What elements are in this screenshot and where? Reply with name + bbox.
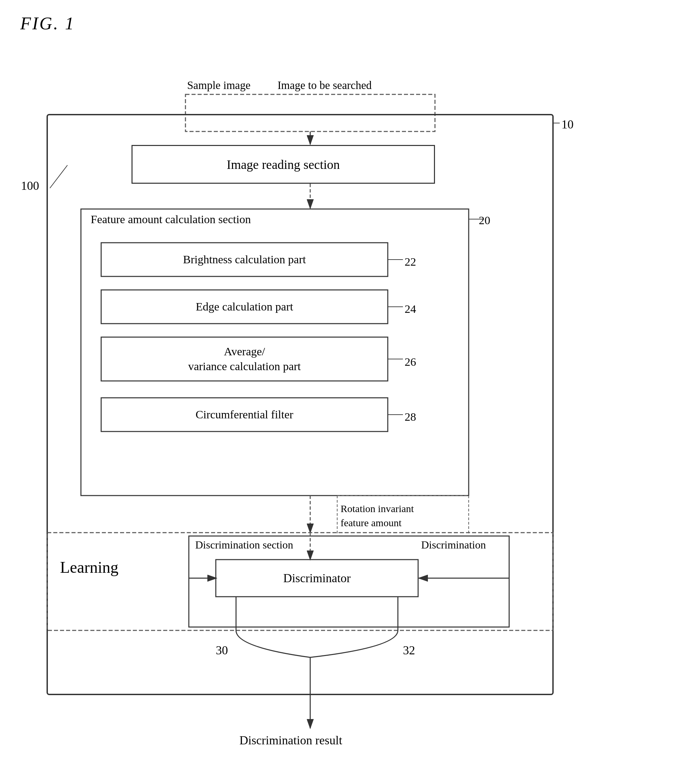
svg-rect-2 <box>186 94 435 132</box>
ref-24: 24 <box>405 303 416 316</box>
svg-rect-7 <box>101 243 388 276</box>
discrimination-section-label: Discrimination section <box>194 539 295 551</box>
svg-rect-22 <box>216 559 418 597</box>
image-reading-section-label: Image reading section <box>227 157 340 172</box>
svg-line-30 <box>50 165 68 188</box>
ref-10: 10 <box>562 117 573 132</box>
ref-28: 28 <box>405 411 416 423</box>
rotation-invariant-label: Rotation invariant feature amount <box>341 502 414 530</box>
ref-22: 22 <box>405 255 416 268</box>
ref-32: 32 <box>403 643 415 657</box>
learning-label: Learning <box>60 558 119 576</box>
svg-rect-8 <box>101 290 388 324</box>
image-reading-section-box: Image reading section <box>132 145 435 184</box>
discriminator-label: Discriminator <box>216 559 418 597</box>
ref-30: 30 <box>216 643 228 657</box>
discrimination-result-label: Discrimination result <box>239 733 342 747</box>
circumferential-filter-label: Circumferential filter <box>101 398 388 431</box>
ref-20: 20 <box>479 214 490 227</box>
sample-image-label: Sample image <box>187 79 250 92</box>
ref-26: 26 <box>405 356 416 368</box>
figure-title: FIG. 1 <box>20 13 75 33</box>
svg-rect-5 <box>47 115 553 694</box>
variance-calc-label: Average/variance calculation part <box>101 337 388 381</box>
discrimination-right-label: Discrimination <box>420 539 487 551</box>
svg-rect-9 <box>101 337 388 381</box>
svg-rect-6 <box>81 209 469 495</box>
svg-rect-10 <box>101 398 388 431</box>
brightness-calc-label: Brightness calculation part <box>101 243 388 276</box>
ref-100: 100 <box>21 179 39 193</box>
edge-calc-label: Edge calculation part <box>101 290 388 324</box>
feature-amount-section-label: Feature amount calculation section <box>89 213 252 226</box>
image-to-be-searched-label: Image to be searched <box>277 79 372 92</box>
